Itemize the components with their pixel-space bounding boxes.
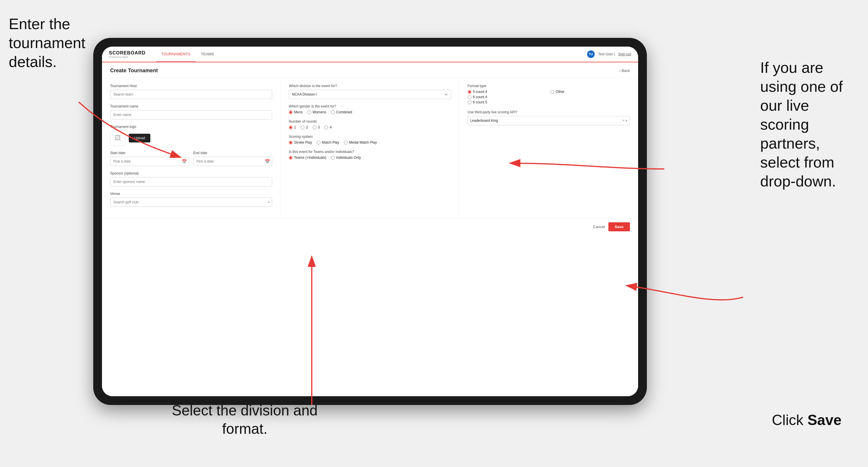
event-type-label: Is this event for Teams and/or Individua… xyxy=(289,150,451,154)
division-select[interactable]: NCAA Division I xyxy=(289,90,451,99)
scoring-match-label: Match Play xyxy=(322,141,339,145)
start-date-wrap: 📅 xyxy=(110,157,189,166)
scoring-stroke-radio[interactable] xyxy=(289,141,292,145)
gender-womens-radio[interactable] xyxy=(307,111,311,114)
live-scoring-value: Leaderboard King xyxy=(470,119,622,123)
tournament-name-group: Tournament name xyxy=(110,104,272,119)
format-other[interactable]: Other xyxy=(550,90,630,94)
form-col-3: Format type 5 count 4 Other xyxy=(460,78,638,218)
rounds-4[interactable]: 4 xyxy=(324,125,332,129)
event-type-group: Is this event for Teams and/or Individua… xyxy=(289,150,451,160)
sponsor-group: Sponsor (optional) xyxy=(110,171,272,186)
event-individuals[interactable]: Individuals Only xyxy=(331,156,361,160)
brand-title: SCOREBOARD xyxy=(109,51,146,56)
scoring-medal-match-radio[interactable] xyxy=(344,141,348,145)
rounds-3[interactable]: 3 xyxy=(313,125,320,129)
scoring-label: Scoring system xyxy=(289,134,451,139)
form-container: Create Tournament Back Tournament Host xyxy=(102,62,638,396)
scoring-match-radio[interactable] xyxy=(317,141,320,145)
scoring-stroke-label: Stroke Play xyxy=(294,141,312,145)
scoring-radio-group: Stroke Play Match Play Medal Match Play xyxy=(289,141,451,145)
live-scoring-label: Use third-party live scoring API? xyxy=(468,110,630,114)
format-type-grid: 5 count 4 Other 6 count 4 xyxy=(468,90,630,104)
venue-select-wrap: ▾ xyxy=(110,197,272,207)
venue-group: Venue ▾ xyxy=(110,192,272,207)
format-6count4[interactable]: 6 count 4 xyxy=(468,95,547,99)
venue-dropdown-icon: ▾ xyxy=(268,200,270,204)
scoring-stroke[interactable]: Stroke Play xyxy=(289,141,312,145)
live-scoring-dropdown-icon: ▾ xyxy=(626,119,627,123)
scoring-match[interactable]: Match Play xyxy=(317,141,339,145)
form-body: Tournament Host Tournament name Tourname… xyxy=(102,78,638,218)
brand-sub: Powered by clippit xyxy=(109,56,146,58)
event-teams[interactable]: Teams (+Individuals) xyxy=(289,156,326,160)
gender-radio-group: Mens Womens Combined xyxy=(289,110,451,114)
venue-input[interactable] xyxy=(110,197,272,207)
gender-combined-radio[interactable] xyxy=(331,111,335,114)
format-other-label: Other xyxy=(556,90,564,94)
rounds-1[interactable]: 1 xyxy=(289,125,296,129)
sponsor-label: Sponsor (optional) xyxy=(110,171,272,176)
gender-mens[interactable]: Mens xyxy=(289,110,303,114)
rounds-3-radio[interactable] xyxy=(313,126,316,129)
tournament-host-group: Tournament Host xyxy=(110,84,272,99)
tablet-screen: SCOREBOARD Powered by clippit TOURNAMENT… xyxy=(102,46,638,396)
format-6count5[interactable]: 6 count 5 xyxy=(468,100,547,104)
gender-womens[interactable]: Womens xyxy=(307,110,326,114)
back-link[interactable]: Back xyxy=(619,68,630,73)
tournament-logo-group: Tournament logo 🖼 Upload xyxy=(110,125,272,146)
tournament-name-label: Tournament name xyxy=(110,104,272,108)
logo-upload-row: 🖼 Upload xyxy=(110,130,272,146)
live-scoring-select[interactable]: Leaderboard King × ▾ xyxy=(468,116,630,125)
format-6count5-radio[interactable] xyxy=(468,100,471,104)
page-content: Create Tournament Back Tournament Host xyxy=(102,62,638,396)
date-row: Start date 📅 End date xyxy=(110,151,272,166)
start-date-input[interactable] xyxy=(110,157,189,166)
event-teams-radio[interactable] xyxy=(289,156,292,160)
gender-combined[interactable]: Combined xyxy=(331,110,352,114)
division-select-wrap: NCAA Division I xyxy=(289,90,451,99)
sponsor-input[interactable] xyxy=(110,177,272,186)
tournament-host-input[interactable] xyxy=(110,90,272,99)
save-button[interactable]: Save xyxy=(609,222,630,231)
format-5count4-radio[interactable] xyxy=(468,90,471,94)
tournament-name-input[interactable] xyxy=(110,110,272,119)
venue-label: Venue xyxy=(110,192,272,196)
start-date-label: Start date xyxy=(110,151,189,155)
event-individuals-radio[interactable] xyxy=(331,156,335,160)
tournament-host-label: Tournament Host xyxy=(110,84,272,88)
rounds-group: Number of rounds 1 2 xyxy=(289,119,451,129)
nav-tabs: TOURNAMENTS TEAMS xyxy=(156,46,219,62)
cancel-button[interactable]: Cancel xyxy=(593,225,604,229)
tab-teams[interactable]: TEAMS xyxy=(196,46,219,62)
scoring-medal-match[interactable]: Medal Match Play xyxy=(344,141,377,145)
rounds-4-radio[interactable] xyxy=(324,126,328,129)
header-right: TU Test User | Sign out xyxy=(587,51,631,58)
upload-button[interactable]: Upload xyxy=(129,134,150,143)
format-6count4-radio[interactable] xyxy=(468,95,471,99)
division-label: Which division is the event for? xyxy=(289,84,451,88)
rounds-radio-group: 1 2 3 xyxy=(289,125,451,129)
sign-out-link[interactable]: Sign out xyxy=(618,52,631,56)
format-5count4[interactable]: 5 count 4 xyxy=(468,90,547,94)
annotation-bottom: Select the division and format. xyxy=(157,401,332,438)
gender-mens-radio[interactable] xyxy=(289,111,292,114)
format-5count4-label: 5 count 4 xyxy=(473,90,487,94)
calendar-icon-end: 📅 xyxy=(265,159,270,164)
end-date-input[interactable] xyxy=(193,157,272,166)
format-other-radio[interactable] xyxy=(550,90,554,94)
tab-tournaments[interactable]: TOURNAMENTS xyxy=(156,46,196,62)
tablet-frame: SCOREBOARD Powered by clippit TOURNAMENT… xyxy=(93,38,647,405)
rounds-1-radio[interactable] xyxy=(289,126,292,129)
rounds-2-radio[interactable] xyxy=(301,126,305,129)
end-date-wrap: 📅 xyxy=(193,157,272,166)
rounds-2[interactable]: 2 xyxy=(301,125,308,129)
live-scoring-group: Use third-party live scoring API? Leader… xyxy=(468,110,630,125)
live-scoring-clear[interactable]: × xyxy=(622,119,624,123)
rounds-4-label: 4 xyxy=(330,125,332,129)
format-6count4-label: 6 count 4 xyxy=(473,95,487,99)
user-name: Test User | xyxy=(598,52,615,56)
annotation-topright: If you are using one of our live scoring… xyxy=(760,58,859,191)
dates-group: Start date 📅 End date xyxy=(110,151,272,166)
tournament-logo-label: Tournament logo xyxy=(110,125,272,129)
